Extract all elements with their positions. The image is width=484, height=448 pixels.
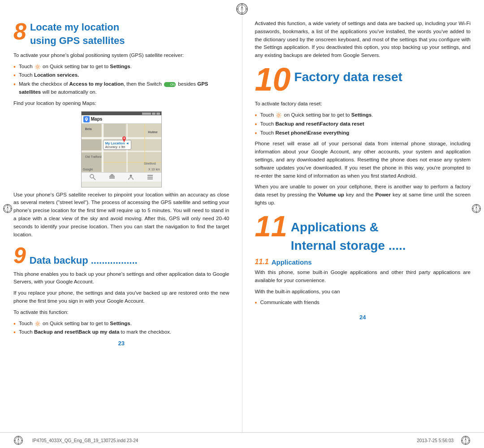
top-compass-area [0, 0, 484, 16]
svg-rect-20 [109, 176, 115, 177]
google-logo: Google [83, 168, 93, 171]
svg-rect-21 [109, 178, 115, 178]
section8-bullets: Touch on Quick setting bar to get to Set… [13, 63, 229, 96]
svg-marker-22 [109, 174, 115, 176]
section10-header: 10 Factory data reset [255, 63, 471, 96]
section11-title2: Internal storage ..... [291, 238, 406, 253]
left-margin-compass [3, 204, 13, 215]
section8-bullet3: Mark the checkbox of Access to my locati… [13, 80, 229, 96]
subsection11-1-body2: With the built-in applications, you can [255, 288, 471, 296]
section9-bullet2: Touch Backup and reset\Back up my data t… [13, 328, 229, 336]
subsection11-1-title: Applications [272, 258, 312, 266]
section9-body1: This phone enables you to back up your p… [13, 270, 229, 287]
map-body: My Location ◄ Accuracy: ± 9m Bela Hulme … [82, 124, 161, 172]
section10-bullet3: Touch Reset phone\Erase everything [255, 129, 471, 137]
section10-bullets: Touch on Quick setting bar to get to Set… [255, 111, 471, 137]
touch-label4: Touch [19, 329, 34, 335]
touch-label7: Touch [260, 130, 276, 135]
map-app-icon [83, 116, 90, 122]
svg-rect-26 [147, 178, 153, 179]
bottom-footer: IP4705_4033X_QG_Eng_GB_19_130725.indd 23… [0, 432, 484, 448]
section10-bullet1-text: on Quick setting bar to get to Settings. [284, 112, 373, 117]
section9-bullet1-text: on Quick setting bar to get to Settings. [43, 321, 132, 326]
svg-marker-15 [7, 209, 8, 211]
svg-marker-51 [465, 438, 466, 440]
svg-marker-43 [17, 438, 19, 440]
section10-body2: When you are unable to power on your cel… [255, 183, 471, 207]
right-page-body-top: Activated this function, a wide variety … [255, 20, 471, 60]
svg-marker-35 [475, 209, 477, 211]
map-toolbar [82, 172, 161, 182]
right-page: Activated this function, a wide variety … [242, 16, 484, 432]
top-compass-icon [236, 3, 248, 15]
touch-label3: Touch [19, 321, 34, 326]
left-page: 8 Locate my location using GPS satellite… [0, 16, 242, 432]
find-location-text: Find your location by opening Maps: [13, 100, 229, 108]
touch-label2: Touch [19, 72, 34, 78]
svg-marker-6 [241, 5, 243, 9]
touch-label5: Touch [260, 112, 276, 117]
section8-header: 8 Locate my location using GPS satellite… [13, 20, 229, 47]
section8-title2: using GPS satellites [30, 35, 125, 47]
page-number-right: 24 [255, 314, 471, 321]
map-scale: X 10 km [148, 168, 160, 171]
svg-point-23 [130, 174, 132, 177]
svg-point-16 [37, 65, 39, 67]
section9-bullet2-text: to mark the checkbox. [119, 329, 171, 335]
section11-number: 11 [255, 212, 287, 241]
map-road-h1 [82, 137, 161, 139]
map-road-h2 [82, 151, 161, 152]
svg-point-17 [123, 137, 125, 139]
map-label-hulme: Hulme [148, 130, 157, 134]
footer-left: IP4705_4033X_QG_Eng_GB_19_130725.indd 23… [13, 435, 138, 445]
map-person-icon[interactable] [128, 174, 134, 180]
subsection11-1-bullet1: Communicate with friends [255, 299, 471, 307]
map-pin [122, 136, 126, 144]
right-margin-compass [471, 204, 481, 215]
map-menu-icon[interactable] [147, 174, 153, 180]
map-status-bar [82, 112, 161, 115]
section10-intro: To activate factory data reset: [255, 100, 471, 108]
gear-icon1 [35, 64, 41, 70]
section8-title1: Locate my location [30, 22, 125, 33]
footer-compass-left [13, 435, 23, 445]
section10-bullet3-bold: Reset phone\Erase everything [275, 130, 349, 135]
section8-bullet2-bold: Location services. [34, 72, 79, 78]
section9-body2: If you replace your phone, the settings … [13, 289, 229, 305]
map-screenshot: Maps [81, 111, 162, 187]
section8-bullet1: Touch on Quick setting bar to get to Set… [13, 63, 229, 71]
subsection11-1-bullets: Communicate with friends [255, 299, 471, 307]
section10-bullet1: Touch on Quick setting bar to get to Set… [255, 111, 471, 119]
section8-bullet1-text: on Quick setting bar to get to Settings. [43, 64, 132, 69]
page-number-left: 23 [13, 340, 229, 347]
touch-label1: Touch [19, 64, 34, 69]
subsection11-1-number: 11.1 [255, 258, 269, 266]
subsection11-1-body1: With this phone, some built-in Google ap… [255, 269, 471, 285]
section10-body1: Phone reset will erase all of your perso… [255, 140, 471, 180]
section8-bullet2: Touch Location services. [13, 71, 229, 79]
section10-number: 10 [255, 63, 291, 96]
gear-icon3 [276, 112, 282, 118]
section11-header: 11 Applications & Internal storage ..... [255, 212, 471, 253]
page-container: 8 Locate my location using GPS satellite… [0, 0, 484, 448]
section8-intro: To activate your phone's global position… [13, 52, 229, 60]
map-layers-icon[interactable] [109, 174, 115, 180]
gear-icon2 [35, 321, 41, 327]
location-coords: Accuracy: ± 9m [105, 145, 129, 148]
section10-bullet2: Touch Backup and reset\Factory data rese… [255, 120, 471, 128]
touch-label6: Touch [260, 121, 276, 126]
map-label-stretford: Stretford [144, 162, 156, 165]
section9-bullets: Touch on Quick setting bar to get to Set… [13, 320, 229, 337]
pages-wrapper: 8 Locate my location using GPS satellite… [0, 16, 484, 432]
map-block2 [82, 139, 101, 150]
svg-marker-7 [241, 9, 243, 13]
svg-marker-34 [475, 205, 477, 208]
svg-marker-44 [17, 440, 19, 443]
footer-compass-right [461, 435, 471, 445]
map-search-icon[interactable] [90, 174, 96, 180]
section9-bullet2-bold: Backup and reset\Back up my data [34, 329, 119, 335]
svg-point-27 [37, 322, 39, 324]
map-label-bela: Bela [85, 127, 92, 130]
footer-right: 2013-7-25 5:56:03 [417, 435, 471, 445]
map-location-popup: My Location ◄ Accuracy: ± 9m [103, 140, 131, 150]
